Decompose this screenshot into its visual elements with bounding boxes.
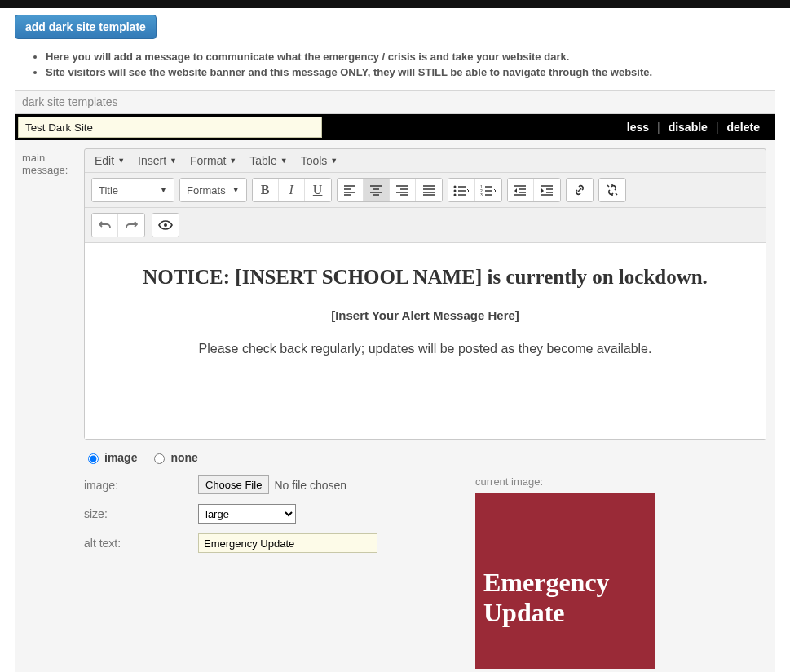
underline-button[interactable]: U xyxy=(305,179,331,201)
panel-title: dark site templates xyxy=(15,91,775,114)
svg-point-1 xyxy=(453,190,456,192)
italic-button[interactable]: I xyxy=(279,179,305,201)
disable-link[interactable]: disable xyxy=(660,121,716,134)
redo-button[interactable] xyxy=(118,214,144,237)
svg-text:3: 3 xyxy=(480,192,483,196)
radio-image[interactable]: image xyxy=(84,451,137,464)
rich-text-editor: Edit▼ Insert▼ Format▼ Table▼ Tools▼ Titl… xyxy=(84,148,766,440)
align-center-icon xyxy=(369,184,382,196)
radio-image-input[interactable] xyxy=(88,453,99,464)
undo-button[interactable] xyxy=(92,214,118,237)
redo-icon xyxy=(125,219,138,231)
caret-down-icon: ▼ xyxy=(280,157,288,165)
less-link[interactable]: less xyxy=(619,121,657,134)
indent-icon xyxy=(541,184,554,196)
image-label: image: xyxy=(84,475,198,492)
file-status-text: No file chosen xyxy=(274,479,346,492)
radio-none-input[interactable] xyxy=(154,453,165,464)
menu-tools[interactable]: Tools▼ xyxy=(301,154,338,167)
editor-toolbar-secondary xyxy=(85,208,766,243)
delete-link[interactable]: delete xyxy=(719,121,768,134)
help-text-list: Here you will add a message to communica… xyxy=(33,51,775,78)
help-item: Site visitors will see the website banne… xyxy=(46,66,775,78)
current-image-label: current image: xyxy=(475,475,766,488)
formats-select[interactable]: Formats▼ xyxy=(180,179,246,201)
bold-button[interactable]: B xyxy=(253,179,279,201)
menu-edit[interactable]: Edit▼ xyxy=(95,154,125,167)
undo-icon xyxy=(99,219,112,231)
image-mode-radio-group: image none xyxy=(84,448,766,467)
alt-text-input[interactable] xyxy=(198,533,377,553)
preview-button[interactable] xyxy=(152,214,179,237)
editor-content-area[interactable]: NOTICE: [INSERT SCHOOL NAME] is currentl… xyxy=(85,243,766,439)
editor-toolbar: Title▼ Formats▼ B I U xyxy=(85,173,766,208)
align-right-icon xyxy=(395,184,408,196)
indent-button[interactable] xyxy=(534,179,560,201)
add-dark-site-template-button[interactable]: add dark site template xyxy=(15,15,157,39)
alt-text-label: alt text: xyxy=(84,533,198,550)
bold-icon: B xyxy=(261,183,270,197)
outdent-button[interactable] xyxy=(508,179,534,201)
menu-insert[interactable]: Insert▼ xyxy=(138,154,177,167)
italic-icon: I xyxy=(289,183,293,197)
eye-icon xyxy=(158,219,173,231)
svg-point-2 xyxy=(453,194,456,197)
svg-point-6 xyxy=(164,223,167,227)
caret-down-icon: ▼ xyxy=(170,157,177,165)
choose-file-button[interactable]: Choose File xyxy=(198,475,269,494)
menu-format[interactable]: Format▼ xyxy=(190,154,236,167)
align-justify-icon xyxy=(422,184,435,196)
main-message-label: main message: xyxy=(19,148,84,440)
size-select[interactable]: large xyxy=(198,504,296,524)
editor-subheading: [Insert Your Alert Message Here] xyxy=(106,308,744,322)
numbered-list-icon: 123 xyxy=(480,184,497,196)
align-left-icon xyxy=(343,184,356,196)
bullet-list-icon xyxy=(453,184,470,196)
block-format-select[interactable]: Title▼ xyxy=(92,179,174,201)
underline-icon: U xyxy=(313,183,323,197)
radio-none[interactable]: none xyxy=(150,451,197,464)
outdent-icon xyxy=(514,184,527,196)
align-right-button[interactable] xyxy=(390,179,416,201)
caret-down-icon: ▼ xyxy=(330,157,338,165)
editor-heading: NOTICE: [INSERT SCHOOL NAME] is currentl… xyxy=(106,266,744,289)
align-left-button[interactable] xyxy=(338,179,364,201)
editor-menubar: Edit▼ Insert▼ Format▼ Table▼ Tools▼ xyxy=(85,149,766,173)
unlink-icon xyxy=(606,183,619,197)
link-icon xyxy=(573,183,586,197)
caret-down-icon: ▼ xyxy=(232,186,240,194)
caret-down-icon: ▼ xyxy=(117,157,125,165)
svg-point-0 xyxy=(453,186,456,188)
template-header-bar: less | disable | delete xyxy=(15,114,775,140)
bullet-list-button[interactable] xyxy=(448,179,475,201)
editor-paragraph: Please check back regularly; updates wil… xyxy=(106,342,744,356)
caret-down-icon: ▼ xyxy=(160,186,167,194)
link-button[interactable] xyxy=(567,179,593,201)
current-image-preview: Emergency Update xyxy=(475,493,655,669)
template-name-input[interactable] xyxy=(18,117,322,138)
caret-down-icon: ▼ xyxy=(229,157,236,165)
unlink-button[interactable] xyxy=(599,179,625,201)
help-item: Here you will add a message to communica… xyxy=(46,51,775,63)
templates-panel: dark site templates less | disable | del… xyxy=(15,90,775,672)
top-black-bar xyxy=(0,0,790,8)
preview-image-text: Emergency Update xyxy=(483,568,655,628)
align-justify-button[interactable] xyxy=(416,179,442,201)
menu-table[interactable]: Table▼ xyxy=(249,154,287,167)
numbered-list-button[interactable]: 123 xyxy=(475,179,501,201)
align-center-button[interactable] xyxy=(364,179,390,201)
size-label: size: xyxy=(84,504,198,520)
